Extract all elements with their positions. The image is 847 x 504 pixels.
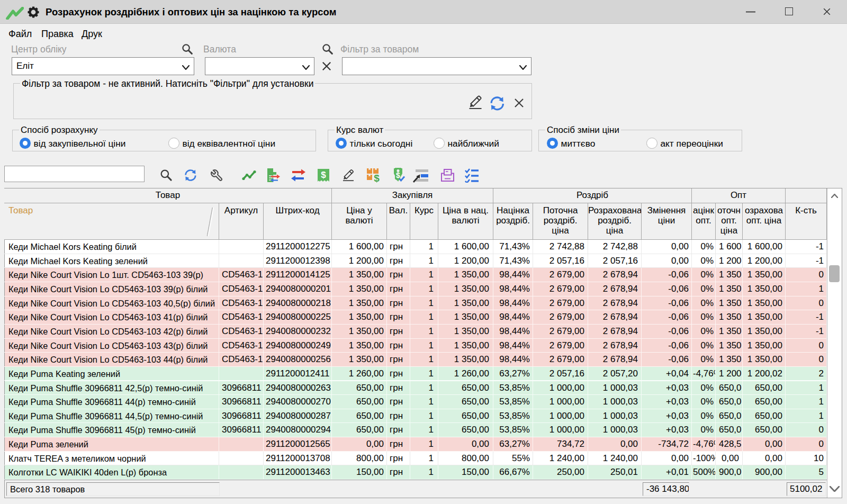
- svg-text:$: $: [374, 173, 380, 183]
- svg-text:$: $: [321, 170, 326, 180]
- svg-text:$: $: [396, 171, 400, 179]
